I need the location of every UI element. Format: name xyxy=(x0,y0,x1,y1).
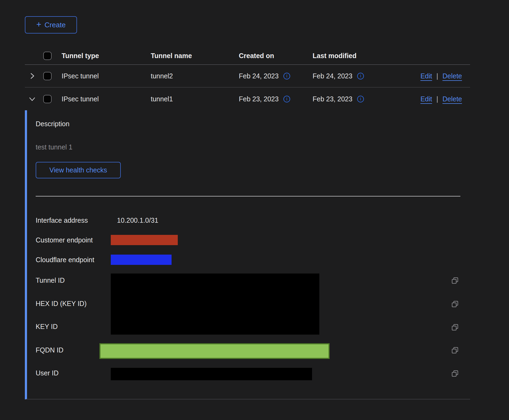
table-row-tunnel1: IPsec tunnel tunnel1 Feb 23, 2023 i Feb … xyxy=(25,88,470,110)
info-icon[interactable]: i xyxy=(357,96,364,102)
interface-address-label: Interface address xyxy=(36,216,88,224)
chevron-right-icon xyxy=(29,72,36,79)
tunnel-name-cell: tunnel2 xyxy=(151,72,239,80)
header-last-modified: Last modified xyxy=(313,52,386,60)
ipsec-tunnels-page: + Create Tunnel type Tunnel name Created… xyxy=(0,0,509,420)
copy-icon xyxy=(451,346,459,354)
header-checkbox-cell xyxy=(43,52,62,60)
user-id-redacted-value xyxy=(111,368,312,380)
info-icon[interactable]: i xyxy=(283,96,290,102)
delete-link[interactable]: Delete xyxy=(443,95,462,103)
description-label: Description xyxy=(36,120,69,128)
collapse-row-button[interactable] xyxy=(29,95,36,102)
tunnel-id-label: Tunnel ID xyxy=(36,276,65,284)
tunnel1-expanded-panel: Description test tunnel 1 View health ch… xyxy=(25,110,470,399)
cloudflare-endpoint-label: Cloudflare endpoint xyxy=(36,256,94,264)
header-tunnel-type: Tunnel type xyxy=(62,52,151,60)
tunnel-name-cell: tunnel1 xyxy=(151,95,239,103)
edit-link[interactable]: Edit xyxy=(420,95,432,103)
edit-link[interactable]: Edit xyxy=(420,72,432,80)
actions-separator: | xyxy=(436,72,438,80)
cloudflare-endpoint-redacted-value xyxy=(111,255,172,265)
table-header-row: Tunnel type Tunnel name Created on Last … xyxy=(25,47,470,65)
fqdn-id-label: FQDN ID xyxy=(36,346,63,354)
ids-redacted-value xyxy=(111,274,319,335)
description-value: test tunnel 1 xyxy=(36,143,72,151)
created-on-cell: Feb 23, 2023 xyxy=(239,95,279,103)
copy-key-id-button[interactable] xyxy=(451,323,459,331)
select-all-checkbox[interactable] xyxy=(43,52,52,60)
created-on-cell: Feb 24, 2023 xyxy=(239,72,279,80)
create-button[interactable]: + Create xyxy=(25,16,77,34)
view-health-checks-button[interactable]: View health checks xyxy=(36,162,121,178)
customer-endpoint-label: Customer endpoint xyxy=(36,236,93,244)
copy-icon xyxy=(451,369,459,378)
panel-divider xyxy=(36,196,460,196)
hex-id-label: HEX ID (KEY ID) xyxy=(36,299,86,308)
expand-row-button[interactable] xyxy=(29,72,36,79)
copy-icon xyxy=(451,300,459,308)
copy-user-id-button[interactable] xyxy=(451,369,459,378)
tunnel-type-cell: IPsec tunnel xyxy=(62,72,151,80)
customer-endpoint-redacted-value xyxy=(111,235,178,245)
row-checkbox[interactable] xyxy=(43,72,52,80)
fqdn-id-redacted-value xyxy=(99,343,330,359)
delete-link[interactable]: Delete xyxy=(443,72,462,80)
tunnel-type-cell: IPsec tunnel xyxy=(62,95,151,103)
create-button-label: Create xyxy=(45,21,66,29)
actions-separator: | xyxy=(436,95,438,103)
info-icon[interactable]: i xyxy=(283,73,290,79)
copy-icon xyxy=(451,276,459,285)
last-modified-cell: Feb 24, 2023 xyxy=(313,72,352,80)
tunnels-table: Tunnel type Tunnel name Created on Last … xyxy=(25,47,470,110)
copy-fqdn-id-button[interactable] xyxy=(451,346,459,354)
header-created-on: Created on xyxy=(239,52,313,60)
table-row-tunnel2: IPsec tunnel tunnel2 Feb 24, 2023 i Feb … xyxy=(25,65,470,88)
copy-hex-id-button[interactable] xyxy=(451,300,459,308)
copy-icon xyxy=(451,323,459,331)
row-checkbox[interactable] xyxy=(43,95,52,103)
key-id-label: KEY ID xyxy=(36,322,58,331)
last-modified-cell: Feb 23, 2023 xyxy=(313,95,352,103)
chevron-down-icon xyxy=(29,95,36,102)
plus-icon: + xyxy=(36,20,41,29)
header-tunnel-name: Tunnel name xyxy=(151,52,239,60)
info-icon[interactable]: i xyxy=(357,73,364,79)
user-id-label: User ID xyxy=(36,369,59,377)
interface-address-value: 10.200.1.0/31 xyxy=(117,216,158,224)
copy-tunnel-id-button[interactable] xyxy=(451,276,459,285)
